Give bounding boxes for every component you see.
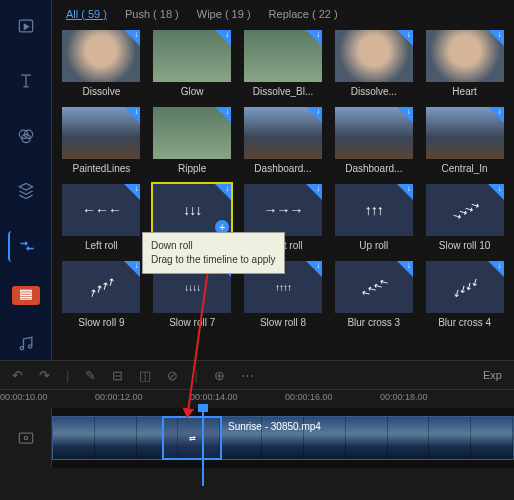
svg-rect-5 [20, 294, 31, 296]
svg-rect-4 [20, 291, 31, 293]
svg-point-10 [24, 436, 27, 439]
transition-item[interactable]: ↖↖↖↖Blur cross 3 [334, 261, 413, 328]
delete-button[interactable]: ⊘ [167, 368, 178, 383]
settings-button[interactable]: ⊕ [214, 368, 225, 383]
transition-label: Blur cross 4 [438, 317, 491, 328]
ruler-tick: 00:00:16.00 [285, 392, 333, 402]
transition-item[interactable]: Dashboard... [244, 107, 323, 174]
svg-rect-9 [19, 433, 32, 443]
tab-all[interactable]: All ( 59 ) [66, 8, 107, 20]
transition-item[interactable]: Glow [153, 30, 232, 97]
transition-item[interactable]: Ripple [153, 107, 232, 174]
tab-wipe[interactable]: Wipe ( 19 ) [197, 8, 251, 20]
transition-icon [17, 236, 37, 256]
ruler-tick: 00:00:14.00 [190, 392, 238, 402]
transition-item[interactable]: Dissolve_Bl... [244, 30, 323, 97]
tooltip: Down roll Drag to the timeline to apply [142, 232, 285, 274]
time-ruler[interactable]: 00:00:10.0000:00:12.0000:00:14.0000:00:1… [0, 390, 514, 408]
svg-rect-6 [20, 298, 31, 300]
timeline-toolbar: ↶ ↷ | ✎ ⊟ ◫ ⊘ | ⊕ ⋯ Exp [0, 360, 514, 390]
transition-item[interactable]: ↘↘↘↘Slow roll 10 [425, 184, 504, 251]
timeline-panel: ↶ ↷ | ✎ ⊟ ◫ ⊘ | ⊕ ⋯ Exp 00:00:10.0000:00… [0, 360, 514, 500]
filter-icon [16, 126, 36, 146]
video-track[interactable]: Sunrise - 30850.mp4 ⇄ [52, 408, 514, 468]
transition-label: Slow roll 10 [439, 240, 491, 251]
video-clip[interactable]: Sunrise - 30850.mp4 [52, 416, 514, 460]
media-tool[interactable] [8, 10, 44, 41]
transition-label: Glow [181, 86, 204, 97]
transition-label: Up roll [359, 240, 388, 251]
text-tool[interactable] [8, 65, 44, 96]
transition-label: Heart [452, 86, 476, 97]
transition-label: Left roll [85, 240, 118, 251]
transition-item[interactable]: ↑↑↑Up roll [334, 184, 413, 251]
tooltip-title: Down roll [151, 239, 276, 253]
split-button[interactable]: ⊟ [112, 368, 123, 383]
export-button[interactable]: Exp [483, 369, 502, 381]
transition-label: Dashboard... [254, 163, 311, 174]
transition-item[interactable]: ↙↙↙↙Blur cross 4 [425, 261, 504, 328]
transition-item[interactable]: Dashboard... [334, 107, 413, 174]
transition-item[interactable]: ↗↗↗↗Slow roll 9 [62, 261, 141, 328]
ruler-tick: 00:00:12.00 [95, 392, 143, 402]
overlay-icon [16, 181, 36, 201]
transition-item[interactable]: ←←←Left roll [62, 184, 141, 251]
filter-tool[interactable] [8, 120, 44, 151]
playhead[interactable] [202, 408, 204, 486]
transition-label: Central_In [442, 163, 488, 174]
transition-label: Dissolve [83, 86, 121, 97]
ruler-tick: 00:00:18.00 [380, 392, 428, 402]
element-icon [18, 288, 34, 302]
undo-button[interactable]: ↶ [12, 368, 23, 383]
transition-item[interactable]: Heart [425, 30, 504, 97]
transition-label: Blur cross 3 [347, 317, 400, 328]
category-tabs: All ( 59 )Push ( 18 )Wipe ( 19 )Replace … [62, 8, 504, 20]
transition-label: Dashboard... [345, 163, 402, 174]
transition-label: Dissolve... [351, 86, 397, 97]
transitions-grid: DissolveGlowDissolve_Bl...Dissolve...Hea… [62, 30, 504, 328]
more-button[interactable]: ⋯ [241, 368, 254, 383]
transition-label: Slow roll 7 [169, 317, 215, 328]
tooltip-hint: Drag to the timeline to apply [151, 253, 276, 267]
selected-segment[interactable]: ⇄ [162, 416, 222, 460]
media-icon [16, 16, 36, 36]
transition-label: Ripple [178, 163, 206, 174]
svg-point-7 [20, 347, 23, 350]
svg-point-8 [28, 345, 31, 348]
transition-item[interactable]: Dissolve... [334, 30, 413, 97]
audio-tool[interactable] [8, 329, 44, 360]
tab-push[interactable]: Push ( 18 ) [125, 8, 179, 20]
transition-item[interactable]: Central_In [425, 107, 504, 174]
transition-label: Slow roll 9 [78, 317, 124, 328]
element-tool[interactable] [12, 286, 40, 305]
transition-label: Dissolve_Bl... [253, 86, 314, 97]
transition-item[interactable]: PaintedLines [62, 107, 141, 174]
transition-tool[interactable] [8, 231, 44, 262]
track-header[interactable] [0, 408, 52, 468]
lock-icon [16, 428, 36, 448]
tab-replace[interactable]: Replace ( 22 ) [269, 8, 338, 20]
transition-label: PaintedLines [72, 163, 130, 174]
overlay-tool[interactable] [8, 175, 44, 206]
clip-label: Sunrise - 30850.mp4 [228, 421, 321, 432]
crop-button[interactable]: ◫ [139, 368, 151, 383]
ruler-tick: 00:00:10.00 [0, 392, 48, 402]
redo-button[interactable]: ↷ [39, 368, 50, 383]
side-toolbar [0, 0, 52, 360]
transition-item[interactable]: Dissolve [62, 30, 141, 97]
transitions-panel: All ( 59 )Push ( 18 )Wipe ( 19 )Replace … [52, 0, 514, 360]
transition-label: Slow roll 8 [260, 317, 306, 328]
cut-button[interactable]: ✎ [85, 368, 96, 383]
audio-icon [16, 334, 36, 354]
text-icon [16, 71, 36, 91]
